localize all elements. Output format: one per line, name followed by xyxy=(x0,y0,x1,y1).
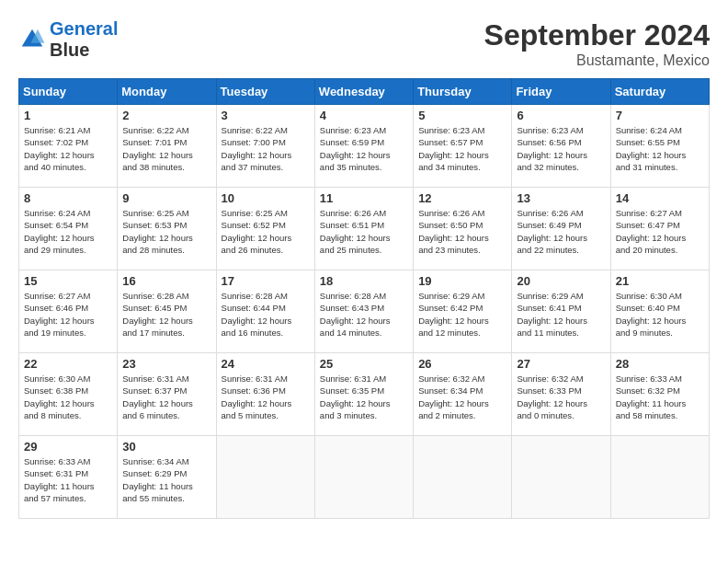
day-number: 29 xyxy=(24,440,112,454)
day-info: Sunrise: 6:24 AMSunset: 6:55 PMDaylight:… xyxy=(616,124,704,173)
page-header: GeneralBlue September 2024 Bustamante, M… xyxy=(18,18,710,69)
day-info: Sunrise: 6:24 AMSunset: 6:54 PMDaylight:… xyxy=(24,207,112,256)
day-number: 16 xyxy=(122,274,210,288)
day-number: 18 xyxy=(320,274,408,288)
day-number: 15 xyxy=(24,274,112,288)
calendar-cell: 26 Sunrise: 6:32 AMSunset: 6:34 PMDaylig… xyxy=(414,353,512,436)
day-info: Sunrise: 6:26 AMSunset: 6:51 PMDaylight:… xyxy=(320,207,408,256)
calendar-cell xyxy=(512,436,610,519)
calendar-cell: 17 Sunrise: 6:28 AMSunset: 6:44 PMDaylig… xyxy=(216,270,314,353)
day-number: 9 xyxy=(122,191,210,205)
day-number: 17 xyxy=(222,274,310,288)
calendar-cell: 12 Sunrise: 6:26 AMSunset: 6:50 PMDaylig… xyxy=(414,188,512,270)
day-info: Sunrise: 6:29 AMSunset: 6:42 PMDaylight:… xyxy=(418,290,506,339)
day-info: Sunrise: 6:22 AMSunset: 7:00 PMDaylight:… xyxy=(222,124,310,173)
header-saturday: Saturday xyxy=(610,79,709,105)
day-info: Sunrise: 6:23 AMSunset: 6:59 PMDaylight:… xyxy=(320,124,408,173)
calendar-cell: 1 Sunrise: 6:21 AMSunset: 7:02 PMDayligh… xyxy=(19,105,118,188)
day-number: 24 xyxy=(222,357,310,371)
day-info: Sunrise: 6:23 AMSunset: 6:57 PMDaylight:… xyxy=(418,124,506,173)
day-info: Sunrise: 6:26 AMSunset: 6:50 PMDaylight:… xyxy=(418,207,506,256)
day-info: Sunrise: 6:31 AMSunset: 6:37 PMDaylight:… xyxy=(122,373,210,421)
day-number: 11 xyxy=(320,191,408,205)
day-number: 6 xyxy=(517,109,605,122)
day-info: Sunrise: 6:32 AMSunset: 6:33 PMDaylight:… xyxy=(517,373,605,421)
day-info: Sunrise: 6:29 AMSunset: 6:41 PMDaylight:… xyxy=(517,290,605,339)
day-number: 28 xyxy=(616,357,704,371)
day-number: 14 xyxy=(616,191,704,205)
logo-icon xyxy=(18,26,46,53)
month-info: September 2024 Bustamante, Mexico xyxy=(484,18,710,69)
calendar-cell: 10 Sunrise: 6:25 AMSunset: 6:52 PMDaylig… xyxy=(216,188,314,270)
calendar-cell: 15 Sunrise: 6:27 AMSunset: 6:46 PMDaylig… xyxy=(19,270,118,353)
calendar-cell xyxy=(314,436,413,519)
month-title: September 2024 xyxy=(484,18,710,52)
calendar-cell: 8 Sunrise: 6:24 AMSunset: 6:54 PMDayligh… xyxy=(19,188,118,270)
logo-text: GeneralBlue xyxy=(50,18,118,61)
logo: GeneralBlue xyxy=(18,18,118,61)
calendar-cell: 21 Sunrise: 6:30 AMSunset: 6:40 PMDaylig… xyxy=(610,270,709,353)
day-number: 10 xyxy=(222,191,310,205)
calendar-cell: 19 Sunrise: 6:29 AMSunset: 6:42 PMDaylig… xyxy=(414,270,512,353)
day-number: 5 xyxy=(418,109,506,122)
day-info: Sunrise: 6:33 AMSunset: 6:31 PMDaylight:… xyxy=(24,455,112,504)
header-wednesday: Wednesday xyxy=(314,79,413,105)
calendar-cell: 13 Sunrise: 6:26 AMSunset: 6:49 PMDaylig… xyxy=(512,188,610,270)
week-row-5: 29 Sunrise: 6:33 AMSunset: 6:31 PMDaylig… xyxy=(19,436,710,519)
calendar-cell: 11 Sunrise: 6:26 AMSunset: 6:51 PMDaylig… xyxy=(314,188,413,270)
calendar-cell: 9 Sunrise: 6:25 AMSunset: 6:53 PMDayligh… xyxy=(118,188,216,270)
day-info: Sunrise: 6:34 AMSunset: 6:29 PMDaylight:… xyxy=(122,455,210,504)
day-info: Sunrise: 6:22 AMSunset: 7:01 PMDaylight:… xyxy=(122,124,210,173)
week-row-3: 15 Sunrise: 6:27 AMSunset: 6:46 PMDaylig… xyxy=(19,270,710,353)
day-info: Sunrise: 6:23 AMSunset: 6:56 PMDaylight:… xyxy=(517,124,605,173)
calendar-cell: 29 Sunrise: 6:33 AMSunset: 6:31 PMDaylig… xyxy=(19,436,118,519)
day-info: Sunrise: 6:21 AMSunset: 7:02 PMDaylight:… xyxy=(24,124,112,173)
header-tuesday: Tuesday xyxy=(216,79,314,105)
day-info: Sunrise: 6:30 AMSunset: 6:40 PMDaylight:… xyxy=(616,290,704,339)
day-number: 21 xyxy=(616,274,704,288)
calendar-cell: 30 Sunrise: 6:34 AMSunset: 6:29 PMDaylig… xyxy=(118,436,216,519)
location: Bustamante, Mexico xyxy=(484,52,710,69)
calendar-cell xyxy=(610,436,709,519)
day-number: 8 xyxy=(24,191,112,205)
calendar-cell xyxy=(216,436,314,519)
calendar-cell: 4 Sunrise: 6:23 AMSunset: 6:59 PMDayligh… xyxy=(314,105,413,188)
day-number: 27 xyxy=(517,357,605,371)
day-info: Sunrise: 6:31 AMSunset: 6:35 PMDaylight:… xyxy=(320,373,408,421)
week-row-4: 22 Sunrise: 6:30 AMSunset: 6:38 PMDaylig… xyxy=(19,353,710,436)
day-info: Sunrise: 6:31 AMSunset: 6:36 PMDaylight:… xyxy=(222,373,310,421)
header-friday: Friday xyxy=(512,79,610,105)
calendar-table: Sunday Monday Tuesday Wednesday Thursday… xyxy=(18,78,710,519)
calendar-cell: 5 Sunrise: 6:23 AMSunset: 6:57 PMDayligh… xyxy=(414,105,512,188)
day-info: Sunrise: 6:32 AMSunset: 6:34 PMDaylight:… xyxy=(418,373,506,421)
calendar-cell: 28 Sunrise: 6:33 AMSunset: 6:32 PMDaylig… xyxy=(610,353,709,436)
calendar-cell: 2 Sunrise: 6:22 AMSunset: 7:01 PMDayligh… xyxy=(118,105,216,188)
day-info: Sunrise: 6:33 AMSunset: 6:32 PMDaylight:… xyxy=(616,373,704,421)
header-monday: Monday xyxy=(118,79,216,105)
day-number: 2 xyxy=(122,109,210,122)
calendar-cell: 7 Sunrise: 6:24 AMSunset: 6:55 PMDayligh… xyxy=(610,105,709,188)
day-info: Sunrise: 6:27 AMSunset: 6:46 PMDaylight:… xyxy=(24,290,112,339)
calendar-cell: 27 Sunrise: 6:32 AMSunset: 6:33 PMDaylig… xyxy=(512,353,610,436)
day-info: Sunrise: 6:27 AMSunset: 6:47 PMDaylight:… xyxy=(616,207,704,256)
day-info: Sunrise: 6:26 AMSunset: 6:49 PMDaylight:… xyxy=(517,207,605,256)
day-number: 12 xyxy=(418,191,506,205)
day-number: 20 xyxy=(517,274,605,288)
day-number: 1 xyxy=(24,109,112,122)
calendar-cell: 20 Sunrise: 6:29 AMSunset: 6:41 PMDaylig… xyxy=(512,270,610,353)
day-info: Sunrise: 6:28 AMSunset: 6:45 PMDaylight:… xyxy=(122,290,210,339)
calendar-cell xyxy=(414,436,512,519)
day-number: 7 xyxy=(616,109,704,122)
day-number: 19 xyxy=(418,274,506,288)
week-row-1: 1 Sunrise: 6:21 AMSunset: 7:02 PMDayligh… xyxy=(19,105,710,188)
day-info: Sunrise: 6:25 AMSunset: 6:52 PMDaylight:… xyxy=(222,207,310,256)
day-number: 23 xyxy=(122,357,210,371)
header-thursday: Thursday xyxy=(414,79,512,105)
calendar-cell: 23 Sunrise: 6:31 AMSunset: 6:37 PMDaylig… xyxy=(118,353,216,436)
day-number: 26 xyxy=(418,357,506,371)
day-number: 22 xyxy=(24,357,112,371)
day-number: 30 xyxy=(122,440,210,454)
day-info: Sunrise: 6:30 AMSunset: 6:38 PMDaylight:… xyxy=(24,373,112,421)
calendar-cell: 24 Sunrise: 6:31 AMSunset: 6:36 PMDaylig… xyxy=(216,353,314,436)
week-row-2: 8 Sunrise: 6:24 AMSunset: 6:54 PMDayligh… xyxy=(19,188,710,270)
